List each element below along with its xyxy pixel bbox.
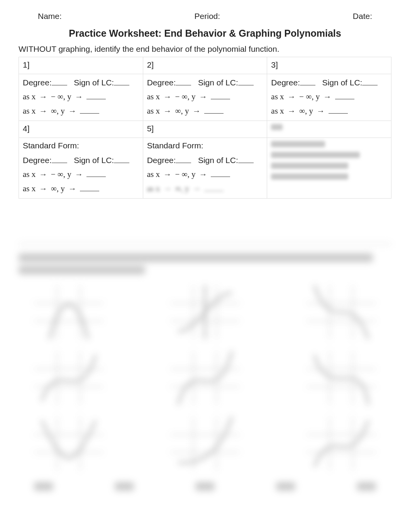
worksheet-page: Name: Period: Date: Practice Worksheet: … bbox=[0, 0, 410, 199]
mini-graph bbox=[170, 285, 240, 339]
curve-icon bbox=[170, 416, 240, 471]
end-behavior-neg-inf: as x → − ∞, y → bbox=[23, 91, 139, 102]
problem-body: Degree: Sign of LC: as x → − ∞, y → as x… bbox=[19, 74, 143, 121]
problem-body: Standard Form: Degree: Sign of LC: as x … bbox=[143, 138, 268, 199]
curve-icon bbox=[307, 416, 376, 471]
curve-icon bbox=[170, 285, 240, 339]
curve-icon bbox=[34, 285, 103, 339]
degree-blank[interactable] bbox=[300, 77, 315, 85]
sign-lc-label: Sign of LC: bbox=[74, 156, 114, 165]
degree-blank[interactable] bbox=[52, 77, 67, 85]
header-row: Name: Period: Date: bbox=[19, 12, 391, 21]
standard-form-label: Standard Form: bbox=[147, 141, 263, 150]
degree-sign-line: Degree: Sign of LC: bbox=[23, 77, 139, 87]
end-behavior-pos-inf: as x → ∞, y → bbox=[23, 105, 139, 116]
sign-lc-label: Sign of LC: bbox=[198, 78, 238, 87]
end-behavior-neg-inf: as x → − ∞, y → bbox=[23, 169, 139, 179]
curve-icon bbox=[307, 351, 376, 405]
mini-graph bbox=[34, 285, 103, 339]
end-behavior-neg-inf: as x → − ∞, y → bbox=[147, 169, 263, 179]
mini-graph bbox=[170, 416, 240, 471]
sign-lc-blank[interactable] bbox=[238, 77, 254, 85]
problem-number: 2] bbox=[143, 57, 268, 74]
mini-graph bbox=[34, 351, 103, 405]
blurred-label-row bbox=[19, 471, 391, 491]
obscured-text bbox=[195, 482, 215, 491]
pos-inf-blank[interactable] bbox=[329, 105, 348, 114]
degree-sign-line: Degree: Sign of LC: bbox=[23, 155, 139, 165]
end-behavior-neg-inf: as x → − ∞, y → bbox=[271, 91, 387, 102]
problem-number: 1] bbox=[19, 57, 143, 74]
obscured-text bbox=[276, 482, 295, 491]
end-behavior-pos-inf: as x → ∞, y → bbox=[147, 183, 263, 194]
end-behavior-neg-inf: as x → − ∞, y → bbox=[147, 91, 263, 102]
graph-column bbox=[170, 285, 240, 471]
mini-graph bbox=[34, 416, 103, 471]
degree-label: Degree: bbox=[147, 156, 176, 165]
sign-lc-label: Sign of LC: bbox=[322, 78, 363, 87]
problem-number bbox=[267, 121, 391, 138]
obscured-text bbox=[19, 266, 145, 274]
sign-lc-label: Sign of LC: bbox=[74, 78, 114, 87]
obscured-text bbox=[271, 141, 325, 147]
obscured-text bbox=[271, 124, 283, 130]
problem-body: Standard Form: Degree: Sign of LC: as x … bbox=[19, 138, 143, 199]
sign-lc-blank[interactable] bbox=[114, 155, 129, 163]
curve-icon bbox=[170, 351, 240, 405]
mini-graph bbox=[170, 351, 240, 405]
neg-inf-blank[interactable] bbox=[86, 91, 106, 99]
obscured-text bbox=[34, 482, 53, 491]
pos-inf-blank[interactable] bbox=[80, 105, 99, 114]
problem-number: 3] bbox=[267, 57, 391, 74]
graph-column bbox=[307, 285, 376, 471]
problem-body-obscured bbox=[267, 138, 391, 199]
degree-sign-line: Degree: Sign of LC: bbox=[271, 77, 387, 87]
problems-table: 1] 2] 3] Degree: Sign of LC: as x → − ∞,… bbox=[19, 57, 391, 199]
period-label: Period: bbox=[195, 12, 220, 21]
problem-body: Degree: Sign of LC: as x → − ∞, y → as x… bbox=[267, 74, 391, 121]
obscured-text bbox=[271, 152, 360, 158]
mini-graph bbox=[307, 285, 376, 339]
problem-body: Degree: Sign of LC: as x → − ∞, y → as x… bbox=[143, 74, 268, 121]
neg-inf-blank[interactable] bbox=[86, 169, 106, 177]
degree-label: Degree: bbox=[23, 156, 52, 165]
section-divider bbox=[19, 243, 391, 244]
degree-label: Degree: bbox=[23, 78, 52, 87]
curve-icon bbox=[34, 416, 103, 471]
mini-graph bbox=[307, 416, 376, 471]
degree-label: Degree: bbox=[147, 78, 176, 87]
date-label: Date: bbox=[353, 12, 372, 21]
end-behavior-pos-inf: as x → ∞, y → bbox=[147, 105, 263, 116]
end-behavior-pos-inf: as x → ∞, y → bbox=[23, 183, 139, 194]
sign-lc-blank[interactable] bbox=[114, 77, 129, 85]
worksheet-title: Practice Worksheet: End Behavior & Graph… bbox=[19, 28, 391, 39]
end-behavior-pos-inf: as x → ∞, y → bbox=[271, 105, 387, 116]
instructions-text: WITHOUT graphing, identify the end behav… bbox=[19, 44, 391, 54]
degree-blank[interactable] bbox=[52, 155, 67, 163]
sign-lc-blank[interactable] bbox=[238, 155, 254, 163]
obscured-text bbox=[19, 253, 373, 262]
name-label: Name: bbox=[38, 12, 62, 21]
degree-sign-line: Degree: Sign of LC: bbox=[147, 155, 263, 165]
mini-graph bbox=[307, 351, 376, 405]
neg-inf-blank[interactable] bbox=[211, 169, 230, 177]
sign-lc-blank[interactable] bbox=[362, 77, 378, 85]
pos-inf-blank[interactable] bbox=[204, 183, 224, 191]
degree-sign-line: Degree: Sign of LC: bbox=[147, 77, 263, 87]
neg-inf-blank[interactable] bbox=[335, 91, 354, 99]
degree-blank[interactable] bbox=[176, 155, 191, 163]
pos-inf-blank[interactable] bbox=[80, 183, 99, 191]
graph-column bbox=[34, 285, 103, 471]
problem-number: 4] bbox=[19, 121, 143, 138]
problem-number: 5] bbox=[143, 121, 268, 138]
obscured-text bbox=[357, 482, 376, 491]
pos-inf-blank[interactable] bbox=[204, 105, 224, 114]
obscured-text bbox=[115, 482, 134, 491]
neg-inf-blank[interactable] bbox=[211, 91, 230, 99]
graph-row bbox=[19, 285, 391, 471]
degree-blank[interactable] bbox=[176, 77, 191, 85]
degree-label: Degree: bbox=[271, 78, 300, 87]
obscured-text bbox=[271, 173, 348, 180]
curve-icon bbox=[34, 351, 103, 405]
obscured-text bbox=[271, 163, 348, 169]
